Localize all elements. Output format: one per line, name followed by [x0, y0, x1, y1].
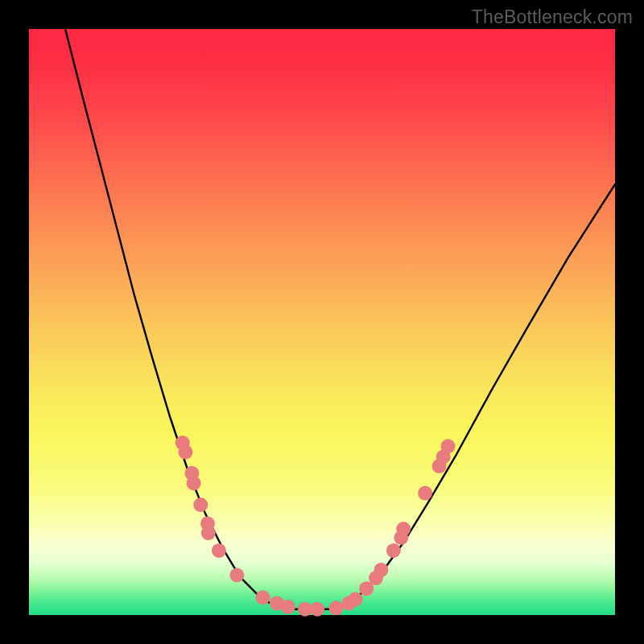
data-marker [441, 439, 456, 453]
data-marker [281, 600, 295, 614]
data-marker [310, 602, 324, 617]
plot-area [29, 29, 615, 615]
watermark-text: TheBottleneck.com [472, 6, 633, 28]
data-marker [386, 543, 401, 558]
data-marker [418, 486, 432, 501]
curve-path [65, 29, 615, 609]
data-marker [256, 590, 270, 605]
data-marker [193, 497, 208, 512]
data-marker [212, 543, 226, 558]
data-marker [229, 568, 244, 583]
data-marker [349, 592, 363, 606]
data-marker [329, 601, 344, 615]
data-marker [374, 563, 389, 577]
data-marker [201, 526, 216, 540]
data-marker [396, 522, 411, 536]
bottleneck-curve [65, 29, 615, 609]
chart-frame: TheBottleneck.com [0, 0, 644, 644]
data-marker [178, 445, 192, 460]
data-marker [187, 476, 201, 490]
data-marker [298, 602, 312, 617]
chart-svg [29, 29, 615, 615]
